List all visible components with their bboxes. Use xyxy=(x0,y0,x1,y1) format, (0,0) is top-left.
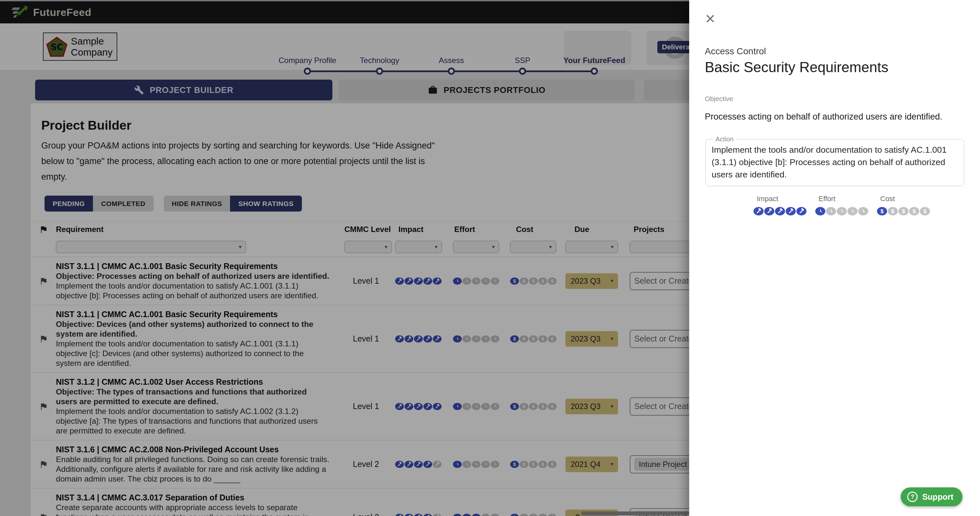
drawer-ratings: ImpactEffortCost$$$$$ xyxy=(754,194,966,215)
dollar-rating-icon: $ xyxy=(877,207,887,215)
drawer-rating-cost: Cost$$$$$ xyxy=(877,194,929,215)
dollar-rating-icon: $ xyxy=(909,207,919,215)
detail-drawer: ✕ Access Control Basic Security Requirem… xyxy=(689,0,980,516)
hammer-rating-icon xyxy=(764,207,774,215)
hammer-rating-icon xyxy=(775,207,785,215)
drawer-category: Access Control xyxy=(705,46,966,57)
drawer-rating-impact: Impact xyxy=(754,194,805,215)
hammer-rating-icon xyxy=(786,207,796,215)
objective-label: Objective xyxy=(705,95,966,103)
dollar-rating: $$$$$ xyxy=(877,207,929,215)
objective-text: Processes acting on behalf of authorized… xyxy=(705,112,966,122)
dollar-rating-icon: $ xyxy=(899,207,908,215)
action-label: Action xyxy=(713,135,736,143)
drawer-rating-effort: Effort xyxy=(815,194,867,215)
help-icon: ? xyxy=(907,492,918,502)
clock-rating-icon xyxy=(848,207,858,215)
hammer-rating-icon xyxy=(796,207,807,215)
action-text: Implement the tools and/or documentation… xyxy=(712,143,958,181)
rating-label: Impact xyxy=(757,194,805,203)
rating-label: Cost xyxy=(880,194,929,203)
clock-rating-icon xyxy=(815,207,825,215)
hammer-rating-icon xyxy=(754,207,764,215)
clock-rating-icon xyxy=(837,207,847,215)
drawer-title: Basic Security Requirements xyxy=(705,59,966,75)
clock-rating xyxy=(815,207,867,215)
dollar-rating-icon: $ xyxy=(920,207,930,215)
modal-dim-overlay[interactable] xyxy=(0,0,689,516)
rating-label: Effort xyxy=(819,194,867,203)
hammer-rating xyxy=(754,207,805,215)
clock-rating-icon xyxy=(826,207,836,215)
dollar-rating-icon: $ xyxy=(888,207,898,215)
action-field[interactable]: Action Implement the tools and/or docume… xyxy=(705,135,964,186)
close-icon[interactable]: ✕ xyxy=(705,12,718,25)
clock-rating-icon xyxy=(858,207,868,215)
support-button[interactable]: ? Support xyxy=(901,487,963,506)
support-label: Support xyxy=(922,492,953,502)
